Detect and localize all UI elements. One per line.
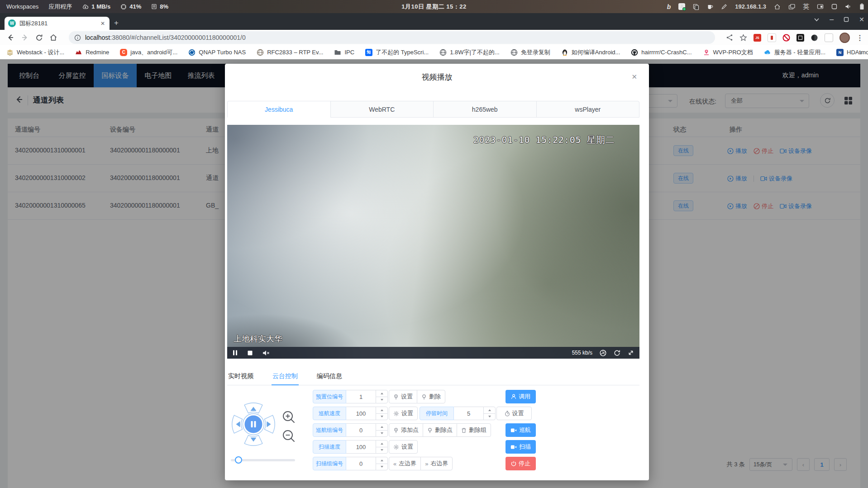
scan-speed-set-button[interactable]: 设置 xyxy=(389,440,418,454)
reload-icon[interactable] xyxy=(35,34,43,42)
stepper-down-icon[interactable] xyxy=(376,413,387,420)
ptz-up-button[interactable] xyxy=(244,403,262,413)
scan-group-input[interactable] xyxy=(346,457,376,470)
new-tab-button[interactable]: + xyxy=(114,19,119,28)
stepper-down-icon[interactable] xyxy=(376,464,387,470)
player-tab-webrtc[interactable]: WebRTC xyxy=(330,101,434,118)
ptz-down-button[interactable] xyxy=(244,436,262,446)
site-info-icon[interactable] xyxy=(74,34,81,41)
stepper-down-icon[interactable] xyxy=(376,447,387,454)
right-boundary-button[interactable]: »右边界 xyxy=(420,457,453,470)
chevron-down-icon[interactable] xyxy=(814,18,820,22)
add-point-button[interactable]: 添加点 xyxy=(389,423,423,437)
share-icon[interactable] xyxy=(726,34,733,41)
zoom-out-icon[interactable] xyxy=(281,429,297,444)
preset-number-input[interactable] xyxy=(346,390,376,403)
bookmarks-overflow-icon[interactable]: » xyxy=(859,49,863,56)
bookmark-item[interactable]: Webstack - 设计... xyxy=(6,48,64,57)
clock[interactable]: 1月10日 星期二 15：22 xyxy=(401,3,466,11)
extension-page-icon[interactable] xyxy=(825,33,833,42)
bookmark-item[interactable]: Redmine xyxy=(75,49,109,56)
ptz-left-button[interactable] xyxy=(232,415,243,433)
stay-time-set-button[interactable]: 设置 xyxy=(496,407,532,420)
bookmark-item[interactable]: N HDAtmos :: 种子 *... xyxy=(836,48,868,57)
bookmark-item[interactable]: WVP-PRO文档 xyxy=(703,48,753,57)
player-tab-h265web[interactable]: h265web xyxy=(433,101,537,118)
ptz-right-button[interactable] xyxy=(265,415,275,433)
tab-encoding-info[interactable]: 编码信息 xyxy=(316,370,343,384)
left-boundary-button[interactable]: «左边界 xyxy=(389,457,421,470)
stepper-down-icon[interactable] xyxy=(376,430,387,437)
dialog-close-icon[interactable]: ✕ xyxy=(631,73,637,81)
extension-adguard-icon[interactable] xyxy=(768,33,776,42)
bookmark-item[interactable]: QNAP Turbo NAS xyxy=(188,49,246,56)
preset-call-button[interactable]: 调用 xyxy=(506,390,536,403)
tab-close-icon[interactable]: ✕ xyxy=(100,19,106,28)
displays-icon[interactable] xyxy=(817,4,824,10)
close-window-button[interactable]: ✕ xyxy=(859,16,864,23)
stepper-down-icon[interactable] xyxy=(376,397,387,403)
forward-icon[interactable] xyxy=(21,33,29,42)
extension-darkreader-icon[interactable] xyxy=(811,34,818,42)
bookmark-folder[interactable]: IPC xyxy=(334,49,354,56)
stay-time-input[interactable] xyxy=(454,407,484,420)
cruise-speed-set-button[interactable]: 设置 xyxy=(389,407,418,420)
workspaces-button[interactable]: Workspaces xyxy=(6,3,38,10)
cruise-button[interactable]: 巡航 xyxy=(506,423,536,437)
stepper-up-icon[interactable] xyxy=(484,407,495,413)
home-icon[interactable] xyxy=(774,4,781,10)
extension-block-icon[interactable] xyxy=(782,34,790,42)
ptz-center-pause-button[interactable] xyxy=(243,414,264,435)
stepper-up-icon[interactable] xyxy=(376,390,387,397)
minimize-button[interactable]: – xyxy=(830,17,834,22)
stepper-up-icon[interactable] xyxy=(376,424,387,430)
browser-menu-icon[interactable]: ⋮ xyxy=(856,33,863,42)
bookmark-item[interactable]: 如何编译Android... xyxy=(561,48,620,57)
applications-button[interactable]: 应用程序 xyxy=(48,3,72,11)
delete-point-button[interactable]: 删除点 xyxy=(423,423,457,437)
cruise-speed-input[interactable] xyxy=(346,407,376,420)
language-indicator[interactable]: 英 xyxy=(803,3,809,11)
delete-group-button[interactable]: 删除组 xyxy=(457,423,491,437)
volume-icon[interactable] xyxy=(845,4,852,9)
bookmark-star-icon[interactable] xyxy=(739,34,747,42)
tab-ptz-control[interactable]: 云台控制 xyxy=(272,370,299,385)
bookmark-item[interactable]: 1.8W字|了不起的... xyxy=(439,48,500,57)
url-bar[interactable]: localhost:38080/#/channelList/3402000000… xyxy=(69,31,715,44)
reload-stream-icon[interactable] xyxy=(614,350,620,356)
bookmark-item[interactable]: 服务器 - 轻量应用... xyxy=(764,48,825,57)
zoom-in-icon[interactable] xyxy=(281,410,297,425)
stop-icon[interactable] xyxy=(248,351,253,355)
battery-icon[interactable] xyxy=(859,3,864,10)
player-tab-jessibuca[interactable]: Jessibuca xyxy=(227,101,331,118)
pen-icon[interactable] xyxy=(721,4,727,10)
stepper-up-icon[interactable] xyxy=(376,441,387,447)
preset-delete-button[interactable]: 删除 xyxy=(417,390,445,403)
bookmark-item[interactable]: 免登录复制 xyxy=(510,48,550,57)
windows-stack-icon[interactable] xyxy=(788,4,795,10)
ptz-stop-button[interactable]: 停止 xyxy=(506,457,536,470)
flameshot-icon[interactable]: b xyxy=(667,3,671,10)
bookmark-item[interactable]: 知 了不起的 TypeScri... xyxy=(365,48,429,57)
cup-icon[interactable] xyxy=(707,4,713,10)
extension-frame-icon[interactable] xyxy=(796,34,804,42)
video-canvas[interactable]: 2023-01-10 15:22:05 星期二 上地科实大华 555 kb/s xyxy=(227,125,639,359)
scan-button[interactable]: 扫描 xyxy=(506,440,536,454)
profile-avatar[interactable] xyxy=(839,33,850,43)
bookmark-item[interactable]: C java、android可... xyxy=(120,48,177,57)
fullscreen-icon[interactable] xyxy=(628,350,634,356)
mute-icon[interactable] xyxy=(262,350,270,356)
stepper-down-icon[interactable] xyxy=(484,413,495,420)
scan-speed-input[interactable] xyxy=(346,440,376,454)
extension-js-icon[interactable]: JS xyxy=(754,34,761,42)
aperture-icon[interactable] xyxy=(600,350,606,356)
player-tab-wsplayer[interactable]: wsPlayer xyxy=(536,101,640,118)
home-button-icon[interactable] xyxy=(49,33,57,42)
ptz-speed-slider-handle[interactable] xyxy=(235,456,242,464)
stepper-up-icon[interactable] xyxy=(376,407,387,413)
cruise-group-input[interactable] xyxy=(346,423,376,437)
back-icon[interactable] xyxy=(6,33,14,42)
browser-tab[interactable]: W 国标28181 ✕ xyxy=(5,17,110,30)
ip-address[interactable]: 192.168.1.3 xyxy=(735,3,766,10)
bookmark-item[interactable]: RFC2833 – RTP Ev... xyxy=(257,49,323,56)
